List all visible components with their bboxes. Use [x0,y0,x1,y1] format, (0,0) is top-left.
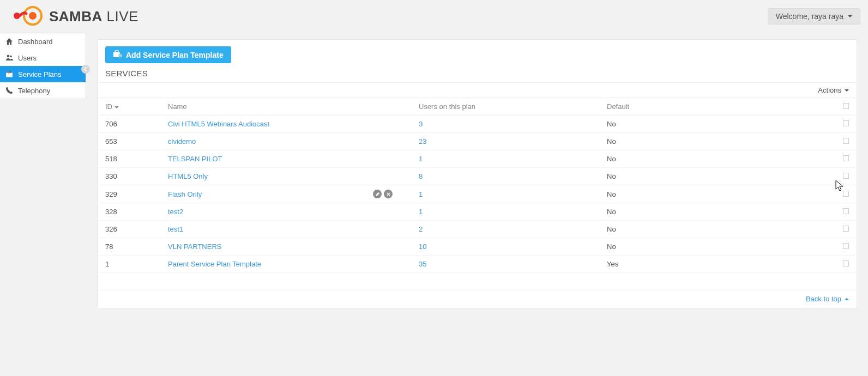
users-count-link[interactable]: 1 [419,208,423,216]
home-icon [5,38,13,45]
sidebar-item-label: Users [18,54,37,62]
section-title: SERVICES [98,69,857,82]
table-row: 706Civi HTML5 Webinars Audiocast3No [98,116,857,133]
row-checkbox[interactable] [843,120,849,126]
chevron-down-icon [845,89,849,92]
cell-default: No [599,150,835,168]
edit-icon[interactable] [373,190,382,198]
users-count-link[interactable]: 8 [419,172,423,180]
cell-name: Civi HTML5 Webinars Audiocast [160,116,411,133]
service-plan-link[interactable]: test1 [168,225,183,233]
actions-label: Actions [818,86,841,94]
row-checkbox[interactable] [843,155,849,161]
cell-id: 329 [98,185,160,203]
service-plan-link[interactable]: VLN PARTNERS [168,242,222,251]
cell-default: No [599,203,835,221]
service-plan-link[interactable]: HTML5 Only [168,172,208,180]
users-count-link[interactable]: 23 [419,137,426,145]
services-panel: Add Service Plan Template SERVICES Actio… [97,39,857,309]
services-table: ID Name Users on this plan Default 706Ci… [98,98,857,289]
row-checkbox[interactable] [843,173,849,179]
delete-icon[interactable] [384,190,393,198]
top-bar: SAMBA LIVE Welcome, raya raya [0,0,868,33]
cell-name: VLN PARTNERS [160,238,411,256]
cell-select [835,238,857,256]
column-header-name[interactable]: Name [160,98,411,116]
cell-name: HTML5 Only [160,168,411,185]
users-count-link[interactable]: 1 [419,190,423,198]
column-header-select [835,98,857,116]
sidebar: DashboardUsersService PlansTelephony [0,33,86,99]
cell-name: Flash Only [160,185,411,203]
cell-select [835,168,857,185]
phone-icon [5,87,13,94]
row-checkbox[interactable] [843,226,849,232]
sidebar-item-dashboard[interactable]: Dashboard [0,33,86,50]
cell-name: cividemo [160,133,411,150]
sidebar-item-label: Telephony [18,87,50,95]
users-count-link[interactable]: 1 [419,155,423,163]
cell-users: 8 [411,168,599,185]
cell-name: test1 [160,221,411,238]
service-plan-link[interactable]: Civi HTML5 Webinars Audiocast [168,120,269,128]
cell-users: 35 [411,256,599,273]
cell-select [835,256,857,273]
table-row: 330HTML5 Only8No [98,168,857,185]
users-icon [5,54,13,62]
cell-users: 1 [411,203,599,221]
cell-users: 1 [411,150,599,168]
sidebar-item-telephony[interactable]: Telephony [0,82,86,99]
cell-users: 1 [411,185,599,203]
brand-name: SAMBA LIVE [49,8,138,25]
column-header-id[interactable]: ID [98,98,160,116]
row-checkbox[interactable] [843,260,849,266]
cell-default: No [599,185,835,203]
cell-id: 518 [98,150,160,168]
sidebar-item-service-plans[interactable]: Service Plans [0,66,86,82]
users-count-link[interactable]: 2 [419,225,423,233]
sidebar-item-label: Service Plans [18,70,61,78]
user-menu-button[interactable]: Welcome, raya raya [768,8,860,25]
actions-dropdown[interactable]: Actions [818,86,849,94]
row-checkbox[interactable] [843,138,849,144]
select-all-checkbox[interactable] [843,103,849,109]
cell-select [835,150,857,168]
table-row: 326test12No [98,221,857,238]
cell-default: No [599,133,835,150]
cell-select [835,221,857,238]
service-plan-link[interactable]: TELSPAN PILOT [168,155,222,163]
user-menu-label: Welcome, raya raya [776,12,843,21]
cell-users: 3 [411,116,599,133]
cell-name: Parent Service Plan Template [160,256,411,273]
row-checkbox[interactable] [843,191,849,197]
service-plan-link[interactable]: test2 [168,208,183,216]
sidebar-collapse-button[interactable] [81,65,90,74]
cell-users: 2 [411,221,599,238]
back-to-top-link[interactable]: Back to top [806,295,849,303]
column-header-default[interactable]: Default [599,98,835,116]
brand-logo-icon [8,6,43,27]
users-count-link[interactable]: 10 [419,242,426,251]
table-row: 518TELSPAN PILOT1No [98,150,857,168]
users-count-link[interactable]: 3 [419,120,423,128]
table-footer-spacer [98,273,857,289]
sidebar-item-users[interactable]: Users [0,50,86,66]
service-plan-link[interactable]: cividemo [168,137,196,145]
row-checkbox[interactable] [843,243,849,249]
cell-users: 23 [411,133,599,150]
users-count-link[interactable]: 35 [419,260,426,268]
add-service-plan-button[interactable]: Add Service Plan Template [105,46,231,63]
svg-rect-6 [8,71,11,73]
service-plan-link[interactable]: Flash Only [168,190,202,198]
row-checkbox[interactable] [843,208,849,214]
cell-id: 326 [98,221,160,238]
cell-select [835,116,857,133]
table-row: 328test21No [98,203,857,221]
brand[interactable]: SAMBA LIVE [8,6,138,27]
cell-select [835,185,857,203]
table-row: 78VLN PARTNERS10No [98,238,857,256]
cell-id: 78 [98,238,160,256]
cell-id: 1 [98,256,160,273]
column-header-users[interactable]: Users on this plan [411,98,599,116]
service-plan-link[interactable]: Parent Service Plan Template [168,260,261,268]
